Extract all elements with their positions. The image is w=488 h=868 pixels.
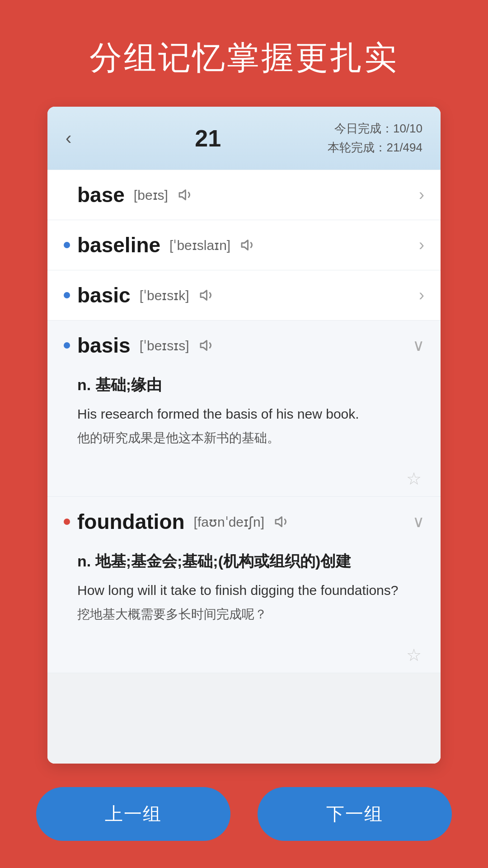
word-item-basic: basic [ˈbeɪsɪk] › bbox=[47, 270, 441, 321]
basis-star-row: ☆ bbox=[47, 461, 441, 496]
sound-icon-baseline[interactable] bbox=[239, 235, 258, 255]
back-button[interactable]: ‹ bbox=[66, 128, 88, 148]
round-progress: 本轮完成：21/494 bbox=[328, 138, 422, 157]
basis-example-zh: 他的研究成果是他这本新书的基础。 bbox=[77, 429, 424, 448]
foundation-example-zh: 挖地基大概需要多长时间完成呢？ bbox=[77, 605, 424, 624]
word-phonetic-basis: [ˈbeɪsɪs] bbox=[140, 338, 189, 354]
word-item-base: base [beɪs] › bbox=[47, 170, 441, 220]
star-icon-foundation[interactable]: ☆ bbox=[404, 645, 424, 665]
word-text-basic: basic bbox=[77, 283, 131, 307]
empty-space bbox=[47, 673, 441, 764]
chevron-down-basis: ∨ bbox=[413, 336, 424, 355]
star-icon-basis[interactable]: ☆ bbox=[404, 468, 424, 489]
progress-info: 今日完成：10/10 本轮完成：21/494 bbox=[328, 119, 422, 157]
sound-icon-base[interactable] bbox=[176, 185, 196, 205]
chevron-right-baseline: › bbox=[419, 236, 424, 255]
prev-group-button[interactable]: 上一组 bbox=[36, 787, 230, 841]
dot-foundation bbox=[64, 519, 70, 525]
word-list: base [beɪs] › baseline [ˈbeɪslaɪn] bbox=[47, 170, 441, 764]
word-item-basis: basis [ˈbeɪsɪs] ∨ n. 基础;缘由 His research … bbox=[47, 321, 441, 497]
sound-icon-basic[interactable] bbox=[197, 285, 217, 305]
word-text-base: base bbox=[77, 183, 125, 207]
word-text-basis: basis bbox=[77, 333, 131, 358]
foundation-example-en: How long will it take to finish digging … bbox=[77, 580, 424, 600]
bottom-buttons: 上一组 下一组 bbox=[0, 787, 488, 841]
sound-icon-basis[interactable] bbox=[197, 335, 217, 355]
page-title: 分组记忆掌握更扎实 bbox=[89, 36, 399, 80]
word-item-baseline: baseline [ˈbeɪslaɪn] › bbox=[47, 220, 441, 270]
word-row-foundation[interactable]: foundation [faʊnˈdeɪʃn] ∨ bbox=[47, 497, 441, 547]
dot-basic bbox=[64, 292, 70, 298]
word-text-baseline: baseline bbox=[77, 233, 160, 257]
word-row-basis[interactable]: basis [ˈbeɪsɪs] ∨ bbox=[47, 321, 441, 370]
word-text-foundation: foundation bbox=[77, 509, 185, 534]
sound-icon-foundation[interactable] bbox=[272, 512, 292, 532]
word-item-foundation: foundation [faʊnˈdeɪʃn] ∨ n. 地基;基金会;基础;(… bbox=[47, 497, 441, 673]
chevron-down-foundation: ∨ bbox=[413, 512, 424, 531]
word-detail-basis: n. 基础;缘由 His research formed the basis o… bbox=[47, 370, 441, 461]
card-number: 21 bbox=[195, 125, 221, 152]
card-header: ‹ 21 今日完成：10/10 本轮完成：21/494 bbox=[47, 107, 441, 170]
word-detail-foundation: n. 地基;基金会;基础;(机构或组织的)创建 How long will it… bbox=[47, 547, 441, 637]
dot-basis bbox=[64, 342, 70, 349]
word-row-base[interactable]: base [beɪs] › bbox=[47, 170, 441, 220]
dot-baseline bbox=[64, 242, 70, 248]
next-group-button[interactable]: 下一组 bbox=[258, 787, 452, 841]
today-progress: 今日完成：10/10 bbox=[328, 119, 422, 138]
word-phonetic-baseline: [ˈbeɪslaɪn] bbox=[169, 237, 230, 253]
word-row-basic[interactable]: basic [ˈbeɪsɪk] › bbox=[47, 270, 441, 320]
chevron-right-base: › bbox=[419, 185, 424, 204]
chevron-right-basic: › bbox=[419, 286, 424, 305]
basis-definition: n. 基础;缘由 bbox=[77, 375, 424, 396]
word-phonetic-basic: [ˈbeɪsɪk] bbox=[140, 288, 189, 303]
foundation-definition: n. 地基;基金会;基础;(机构或组织的)创建 bbox=[77, 551, 424, 572]
word-row-baseline[interactable]: baseline [ˈbeɪslaɪn] › bbox=[47, 220, 441, 270]
word-card: ‹ 21 今日完成：10/10 本轮完成：21/494 base [beɪs] bbox=[47, 107, 441, 764]
foundation-star-row: ☆ bbox=[47, 637, 441, 673]
word-phonetic-base: [beɪs] bbox=[134, 187, 168, 203]
word-phonetic-foundation: [faʊnˈdeɪʃn] bbox=[194, 514, 264, 530]
basis-example-en: His research formed the basis of his new… bbox=[77, 404, 424, 424]
